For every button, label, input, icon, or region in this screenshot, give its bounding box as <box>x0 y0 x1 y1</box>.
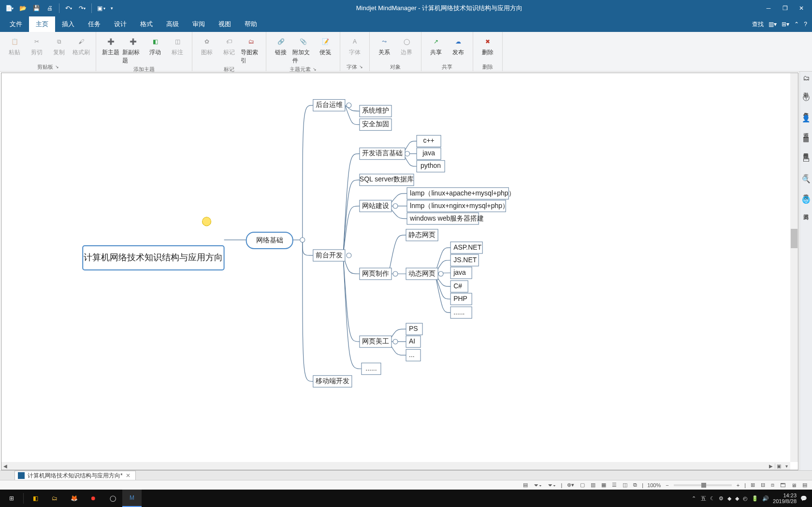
mindmap-canvas[interactable]: 计算机网络技术知识结构与应用方向 网络基础 后台运维 系统维护 安全加固 前台开… <box>1 73 790 462</box>
tab-advanced[interactable]: 高级 <box>160 16 186 32</box>
tray-up-icon[interactable]: ⌃ <box>691 495 697 502</box>
view5-icon[interactable]: ◫ <box>622 482 628 488</box>
filter-icon[interactable]: ⏷▾ <box>533 482 543 488</box>
taskbar-clock[interactable]: 14:23 2019/8/28 <box>773 492 797 504</box>
tray-volume-icon[interactable]: 🔊 <box>762 495 769 502</box>
scroll-left-icon[interactable]: ◀ <box>1 463 9 469</box>
sidetab-search[interactable]: 搜索 <box>801 187 811 193</box>
dialog-launcher-icon[interactable]: ↘ <box>55 64 59 69</box>
index-icon[interactable]: 🗂 <box>802 74 811 82</box>
taskview-button[interactable]: ◧ <box>26 490 45 507</box>
close-button[interactable]: ✕ <box>797 3 806 13</box>
zoom-slider[interactable] <box>674 484 732 486</box>
delete-button[interactable]: ✖删除 <box>477 35 498 58</box>
tray-moon-icon[interactable]: ☾ <box>710 495 715 502</box>
status-icon[interactable]: ▤ <box>522 482 529 488</box>
redo-button[interactable]: ↷▾ <box>76 2 88 15</box>
notifications-icon[interactable]: 💬 <box>800 495 807 502</box>
tray-battery-icon[interactable]: 🔋 <box>752 495 758 502</box>
toggle-node[interactable] <box>393 339 398 344</box>
sidetab-index[interactable]: 索引 <box>801 85 811 91</box>
filter2-icon[interactable]: ⏷▾ <box>547 482 557 488</box>
sb-icon6[interactable]: ▤ <box>801 482 808 488</box>
tab-file[interactable]: 文件 <box>3 16 29 32</box>
zoom-fit-icon[interactable]: ▣ <box>775 463 783 469</box>
view2-icon[interactable]: ▥ <box>590 482 596 488</box>
sidetab-library[interactable]: 库 <box>801 166 811 172</box>
tab-home[interactable]: 主页 <box>29 16 55 32</box>
record-button[interactable]: ⏺ <box>84 490 103 507</box>
dialog-launcher-icon[interactable]: ↘ <box>359 64 363 69</box>
qat-customize-button[interactable]: ▾ <box>108 2 115 15</box>
firefox-button[interactable]: 🦊 <box>64 490 84 507</box>
search-icon[interactable]: 🔍 <box>802 175 811 184</box>
collapse-ribbon-icon[interactable]: ⌃ <box>794 21 799 28</box>
zoom-menu-icon[interactable]: ▾ <box>783 463 790 469</box>
note-button[interactable]: 📝便笺 <box>315 35 336 58</box>
start-button[interactable]: ⊞ <box>2 490 21 507</box>
restore-button[interactable]: ❐ <box>780 3 790 13</box>
toggle-node[interactable] <box>405 151 410 156</box>
scroll-thumb[interactable] <box>791 229 798 248</box>
org-view-icon[interactable]: ⊞▾ <box>782 21 789 28</box>
attach-button[interactable]: 📎附加文件 <box>292 35 314 66</box>
sb-icon3[interactable]: ⧈ <box>770 482 775 488</box>
sb-icon4[interactable]: 🗔 <box>779 482 786 488</box>
close-doc-icon[interactable]: ✕ <box>126 472 130 479</box>
quick-action-button[interactable]: ▣▾ <box>95 2 107 15</box>
publish-button[interactable]: ☁发布 <box>448 35 469 58</box>
view1-icon[interactable]: ▢ <box>579 482 586 488</box>
search-label[interactable]: 查找 <box>752 20 764 29</box>
tab-help[interactable]: 帮助 <box>238 16 264 32</box>
map-index-button[interactable]: 🗂导图索引 <box>241 35 262 66</box>
sidetab-browser[interactable]: 浏览器 <box>801 207 811 213</box>
document-tab[interactable]: 计算机网络技术知识结构与应用方向* ✕ <box>14 471 136 480</box>
relation-button[interactable]: ⤳关系 <box>374 35 395 58</box>
tray-app1-icon[interactable]: ◆ <box>727 495 731 502</box>
dialog-launcher-icon[interactable]: ↘ <box>313 67 317 72</box>
zoom-out-icon[interactable]: − <box>665 482 669 488</box>
sidetab-resource[interactable]: 资源 <box>801 126 811 132</box>
toggle-node[interactable] <box>300 238 305 242</box>
sb-icon2[interactable]: ⊟ <box>760 482 766 488</box>
tab-task[interactable]: 任务 <box>81 16 107 32</box>
new-topic-button[interactable]: ➕新主题 <box>100 35 121 58</box>
map-view-icon[interactable]: ▥▾ <box>768 21 777 28</box>
scroll-right-icon[interactable]: ▶ <box>767 463 775 469</box>
open-file-button[interactable]: 📂 <box>16 2 29 15</box>
library-icon[interactable]: 🗃 <box>802 155 811 164</box>
chrome-button[interactable]: ◯ <box>103 490 122 507</box>
sb-icon5[interactable]: 🖥 <box>790 482 798 488</box>
horizontal-scrollbar[interactable]: ◀ ▶ ▣ ▾ <box>1 462 790 470</box>
sidetab-taskinfo[interactable]: 任务信息 <box>801 105 811 111</box>
float-topic-button[interactable]: ◧浮动 <box>145 35 166 58</box>
minimize-button[interactable]: ─ <box>764 3 773 13</box>
undo-button[interactable]: ↶▾ <box>62 2 75 15</box>
vertical-scrollbar[interactable] <box>790 73 798 462</box>
save-button[interactable]: 💾 <box>30 2 43 15</box>
tab-review[interactable]: 审阅 <box>186 16 212 32</box>
new-subtopic-button[interactable]: ➕新副标题 <box>122 35 144 66</box>
tab-format[interactable]: 格式 <box>133 16 160 32</box>
toggle-node[interactable] <box>393 271 398 276</box>
print-button[interactable]: 🖨 <box>44 2 56 15</box>
explorer-button[interactable]: 🗂 <box>45 490 64 507</box>
tab-design[interactable]: 设计 <box>107 16 133 32</box>
sb-icon1[interactable]: ⊞ <box>750 482 756 488</box>
tray-app2-icon[interactable]: ◆ <box>735 495 739 502</box>
taskinfo-icon[interactable]: ⓘ <box>802 94 811 103</box>
tab-insert[interactable]: 插入 <box>55 16 81 32</box>
view3-icon[interactable]: ▦ <box>600 482 607 488</box>
browser-icon[interactable]: 🌐 <box>802 195 811 204</box>
toggle-node[interactable] <box>347 103 351 108</box>
help-icon[interactable]: ? <box>804 21 807 28</box>
ime-indicator[interactable]: 五 <box>701 495 706 502</box>
share-button[interactable]: ↗共享 <box>425 35 447 58</box>
toggle-node[interactable] <box>393 204 398 209</box>
sidetab-mapparts[interactable]: 导图组件 <box>801 146 811 152</box>
mapparts-icon[interactable]: ▦ <box>802 134 811 143</box>
zoom-in-icon[interactable]: + <box>736 482 740 488</box>
toggle-node[interactable] <box>438 271 443 276</box>
new-file-button[interactable]: 📄▾ <box>3 2 15 15</box>
view4-icon[interactable]: ☰ <box>611 482 618 488</box>
